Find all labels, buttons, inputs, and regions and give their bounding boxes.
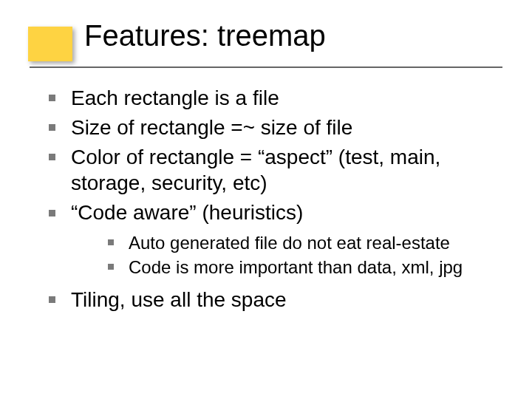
title-underline — [30, 66, 502, 68]
slide: Features: treemap Each rectangle is a fi… — [0, 0, 532, 399]
bullet-item: “Code aware” (heuristics) Auto generated… — [46, 200, 497, 279]
bullet-text: Tiling, use all the space — [71, 288, 287, 311]
sub-bullet-text: Code is more important than data, xml, j… — [129, 257, 463, 277]
slide-body: Each rectangle is a file Size of rectang… — [46, 85, 497, 316]
bullet-text: Size of rectangle =~ size of file — [71, 116, 352, 139]
sub-bullet-text: Auto generated file do not eat real-esta… — [129, 233, 450, 253]
bullet-text: Color of rectangle = “aspect” (test, mai… — [71, 146, 440, 195]
bullet-item: Color of rectangle = “aspect” (test, mai… — [46, 144, 497, 197]
bullet-item: Tiling, use all the space — [46, 287, 497, 313]
slide-title: Features: treemap — [84, 19, 326, 52]
bullet-item: Size of rectangle =~ size of file — [46, 115, 497, 141]
sub-bullet-item: Code is more important than data, xml, j… — [106, 256, 497, 279]
bullet-text: Each rectangle is a file — [71, 86, 279, 109]
accent-square — [28, 27, 72, 61]
bullet-item: Each rectangle is a file — [46, 85, 497, 112]
bullet-text: “Code aware” (heuristics) — [71, 201, 303, 224]
sub-bullet-item: Auto generated file do not eat real-esta… — [106, 232, 497, 255]
